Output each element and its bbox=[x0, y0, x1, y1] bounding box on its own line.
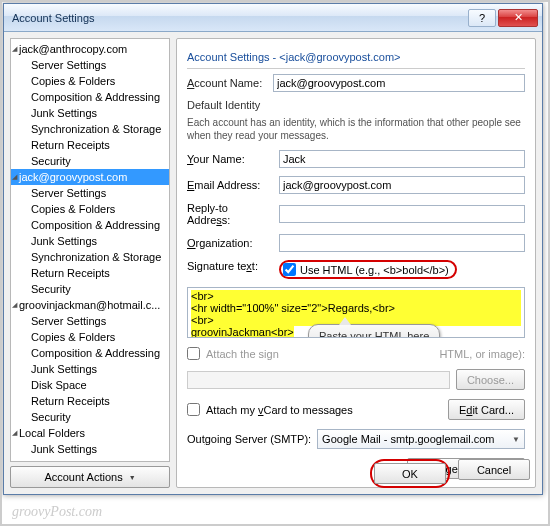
tree-child[interactable]: Security bbox=[11, 409, 169, 425]
tree-child[interactable]: Security bbox=[11, 153, 169, 169]
tree-child[interactable]: Composition & Addressing bbox=[11, 345, 169, 361]
reply-to-input[interactable] bbox=[279, 205, 525, 223]
attach-signature-label2: HTML, or image): bbox=[439, 348, 525, 360]
dialog-footer: OK Cancel bbox=[370, 459, 530, 488]
tree-account[interactable]: groovinjackman@hotmail.c... bbox=[11, 297, 169, 313]
watermark: groovyPost.com bbox=[12, 504, 102, 520]
tree-account[interactable]: Local Folders bbox=[11, 425, 169, 441]
chevron-down-icon: ▼ bbox=[512, 435, 520, 444]
callout-annotation: Paste your HTML here bbox=[308, 324, 440, 338]
tree-child[interactable]: Junk Settings bbox=[11, 361, 169, 377]
attach-vcard-label: Attach my vCard to messages bbox=[206, 404, 353, 416]
organization-input[interactable] bbox=[279, 234, 525, 252]
tree-child[interactable]: Copies & Folders bbox=[11, 73, 169, 89]
panel-header: Account Settings - <jack@groovypost.com> bbox=[187, 47, 525, 69]
tree-child[interactable]: Return Receipts bbox=[11, 137, 169, 153]
help-button[interactable]: ? bbox=[468, 9, 496, 27]
tree-child[interactable]: Return Receipts bbox=[11, 393, 169, 409]
window-body: jack@anthrocopy.comServer SettingsCopies… bbox=[4, 32, 542, 494]
sidebar: jack@anthrocopy.comServer SettingsCopies… bbox=[10, 38, 170, 488]
use-html-checkbox-wrap[interactable]: Use HTML (e.g., <b>bold</b>) bbox=[279, 260, 457, 279]
tree-child[interactable]: Server Settings bbox=[11, 57, 169, 73]
account-name-input[interactable] bbox=[273, 74, 525, 92]
use-html-checkbox[interactable] bbox=[283, 263, 296, 276]
email-label: Email Address: bbox=[187, 179, 273, 191]
tree-account[interactable]: jack@groovypost.com bbox=[11, 169, 169, 185]
close-button[interactable]: ✕ bbox=[498, 9, 538, 27]
tree-child[interactable]: Disk Space bbox=[11, 457, 169, 462]
identity-desc: Each account has an identity, which is t… bbox=[187, 116, 525, 142]
identity-header: Default Identity bbox=[187, 99, 525, 111]
tree-child[interactable]: Synchronization & Storage bbox=[11, 249, 169, 265]
attach-signature-label: Attach the sign bbox=[206, 348, 279, 360]
account-name-label: Account Name: bbox=[187, 77, 267, 89]
email-input[interactable] bbox=[279, 176, 525, 194]
edit-card-button[interactable]: Edit Card... bbox=[448, 399, 525, 420]
titlebar: Account Settings ? ✕ bbox=[4, 4, 542, 32]
smtp-select[interactable]: Google Mail - smtp.googlemail.com ▼ bbox=[317, 429, 525, 449]
tree-child[interactable]: Copies & Folders bbox=[11, 201, 169, 217]
account-actions-label: Account Actions bbox=[44, 471, 122, 483]
tree-child[interactable]: Junk Settings bbox=[11, 233, 169, 249]
tree-child[interactable]: Composition & Addressing bbox=[11, 89, 169, 105]
use-html-label: Use HTML (e.g., <b>bold</b>) bbox=[300, 264, 449, 276]
tree-child[interactable]: Return Receipts bbox=[11, 265, 169, 281]
tree-child[interactable]: Server Settings bbox=[11, 185, 169, 201]
account-actions-button[interactable]: Account Actions ▼ bbox=[10, 466, 170, 488]
organization-label: Organization: bbox=[187, 237, 273, 249]
signature-textarea[interactable]: <br> <hr width="100%" size="2">Regards,<… bbox=[187, 287, 525, 338]
tree-child[interactable]: Junk Settings bbox=[11, 441, 169, 457]
tree-child[interactable]: Security bbox=[11, 281, 169, 297]
ok-button[interactable]: OK bbox=[374, 463, 446, 484]
chevron-down-icon: ▼ bbox=[129, 474, 136, 481]
your-name-input[interactable] bbox=[279, 150, 525, 168]
tree-child[interactable]: Disk Space bbox=[11, 377, 169, 393]
attach-vcard-checkbox[interactable] bbox=[187, 403, 200, 416]
window: Account Settings ? ✕ jack@anthrocopy.com… bbox=[3, 3, 543, 495]
signature-file-path bbox=[187, 371, 450, 389]
account-tree[interactable]: jack@anthrocopy.comServer SettingsCopies… bbox=[10, 38, 170, 462]
reply-to-label: Reply-to Address: bbox=[187, 202, 273, 226]
help-icon: ? bbox=[479, 12, 485, 24]
smtp-label: Outgoing Server (SMTP): bbox=[187, 433, 311, 445]
attach-signature-checkbox[interactable] bbox=[187, 347, 200, 360]
choose-button[interactable]: Choose... bbox=[456, 369, 525, 390]
tree-child[interactable]: Synchronization & Storage bbox=[11, 121, 169, 137]
ok-highlight: OK bbox=[370, 459, 450, 488]
main-panel: Account Settings - <jack@groovypost.com>… bbox=[176, 38, 536, 488]
signature-label: Signature text: bbox=[187, 260, 273, 272]
tree-child[interactable]: Composition & Addressing bbox=[11, 217, 169, 233]
tree-child[interactable]: Server Settings bbox=[11, 313, 169, 329]
tree-account[interactable]: jack@anthrocopy.com bbox=[11, 41, 169, 57]
cancel-button[interactable]: Cancel bbox=[458, 459, 530, 480]
your-name-label: Your Name: bbox=[187, 153, 273, 165]
window-title: Account Settings bbox=[12, 12, 95, 24]
tree-child[interactable]: Junk Settings bbox=[11, 105, 169, 121]
tree-child[interactable]: Copies & Folders bbox=[11, 329, 169, 345]
close-icon: ✕ bbox=[514, 11, 523, 24]
